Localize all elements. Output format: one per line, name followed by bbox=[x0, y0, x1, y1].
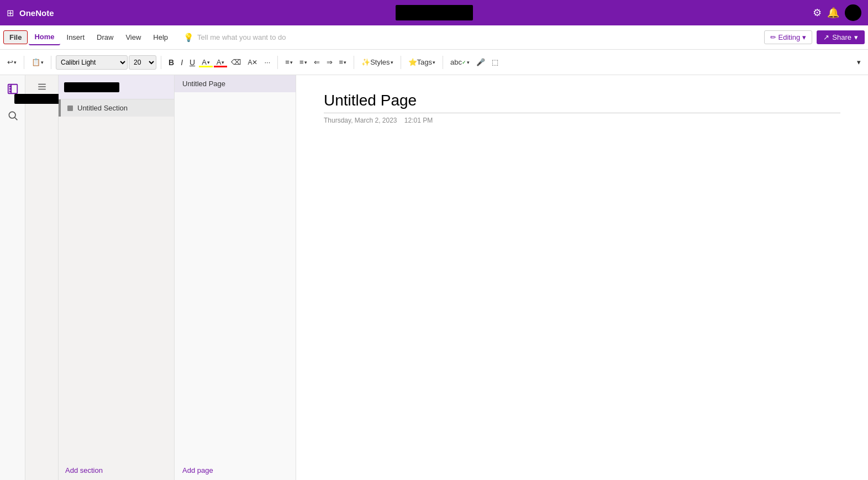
page-item-untitled[interactable]: Untitled Page bbox=[175, 75, 296, 92]
editing-chevron-icon: ▾ bbox=[802, 33, 806, 41]
menu-right: ✏ Editing ▾ ↗ Share ▾ bbox=[764, 30, 865, 44]
tags-button[interactable]: ⭐ Tags▾ bbox=[406, 56, 438, 68]
tags-group: ⭐ Tags▾ bbox=[406, 56, 438, 68]
toolbar: ↩▾ 📋▾ Calibri Light 20 B I U A▾ A▾ ⌫ A✕ … bbox=[0, 50, 868, 75]
italic-button[interactable]: I bbox=[178, 56, 186, 69]
bold-button[interactable]: B bbox=[166, 56, 177, 69]
notebook-expand-btn[interactable] bbox=[34, 80, 50, 94]
clear-format-icon: A✕ bbox=[248, 59, 257, 66]
menu-view[interactable]: View bbox=[120, 30, 146, 45]
font-color-button[interactable]: A▾ bbox=[214, 56, 228, 68]
toolbar-sep-7 bbox=[443, 56, 443, 69]
text-format-group: B I U A▾ A▾ ⌫ A✕ ··· bbox=[166, 56, 273, 69]
page-title-input[interactable] bbox=[324, 92, 840, 113]
menu-insert[interactable]: Insert bbox=[61, 30, 91, 45]
share-chevron-icon: ▾ bbox=[854, 33, 858, 41]
add-page-button[interactable]: Add page bbox=[175, 461, 296, 480]
notebook-panel bbox=[25, 75, 59, 480]
dictate-button[interactable]: 🎤 bbox=[474, 56, 488, 68]
search-hint-text: Tell me what you want to do bbox=[197, 33, 286, 41]
search-icon[interactable] bbox=[5, 108, 20, 126]
search-lightbulb-icon: 💡 bbox=[183, 33, 194, 43]
svg-line-6 bbox=[14, 118, 17, 120]
page-time: 12:01 PM bbox=[404, 117, 433, 124]
styles-group: ✨ Styles▾ bbox=[359, 56, 396, 68]
share-label: Share bbox=[832, 33, 851, 41]
paste-icon: 📋 bbox=[31, 58, 40, 66]
settings-icon[interactable]: ⚙ bbox=[813, 7, 822, 19]
title-bar-center-blocked bbox=[396, 5, 473, 20]
section-dot bbox=[67, 106, 73, 111]
decrease-indent-button[interactable]: ⇐ bbox=[311, 56, 323, 68]
styles-button[interactable]: ✨ Styles▾ bbox=[359, 56, 396, 68]
avatar[interactable] bbox=[845, 4, 861, 21]
notebook-name-text-blocked bbox=[64, 82, 119, 92]
page-date: Thursday, March 2, 2023 bbox=[324, 117, 397, 124]
title-bar-right: ⚙ 🔔 bbox=[813, 4, 861, 21]
menu-file[interactable]: File bbox=[3, 30, 28, 44]
title-bar: ⊞ OneNote ⚙ 🔔 bbox=[0, 0, 868, 25]
page-body[interactable] bbox=[324, 135, 840, 412]
toolbar-expand-button[interactable]: ▾ bbox=[854, 56, 864, 68]
share-button[interactable]: ↗ Share ▾ bbox=[817, 30, 865, 44]
share-icon: ↗ bbox=[823, 33, 829, 41]
font-group: Calibri Light 20 bbox=[56, 55, 156, 70]
immersive-icon: ⬚ bbox=[492, 58, 498, 66]
pencil-icon: ✏ bbox=[770, 33, 776, 41]
section-label: Untitled Section bbox=[77, 104, 128, 112]
numbered-button[interactable]: ≡▾ bbox=[297, 56, 310, 68]
editing-button[interactable]: ✏ Editing ▾ bbox=[764, 30, 813, 44]
font-size-select[interactable]: 20 bbox=[129, 55, 156, 70]
menu-bar: File Home Insert Draw View Help 💡 Tell m… bbox=[0, 25, 868, 50]
add-section-button[interactable]: Add section bbox=[59, 461, 174, 480]
menu-draw[interactable]: Draw bbox=[91, 30, 119, 45]
app-body: Untitled Section Add section Untitled Pa… bbox=[0, 75, 868, 480]
toolbar-sep-1 bbox=[24, 56, 24, 69]
toolbar-sep-6 bbox=[401, 56, 401, 69]
spelling-group: abc✓▾ 🎤 ⬚ bbox=[448, 56, 501, 68]
editing-label: Editing bbox=[778, 33, 801, 41]
clipboard-group: 📋▾ bbox=[29, 56, 46, 68]
spellcheck-button[interactable]: abc✓▾ bbox=[448, 56, 472, 68]
styles-icon: ✨ bbox=[361, 58, 370, 66]
align-button[interactable]: ≡▾ bbox=[336, 56, 350, 68]
toolbar-sep-5 bbox=[354, 56, 354, 69]
spellcheck-icon: abc bbox=[450, 58, 462, 66]
sections-panel: Untitled Section Add section bbox=[59, 75, 175, 480]
search-hint[interactable]: 💡 Tell me what you want to do bbox=[183, 33, 762, 43]
menu-home[interactable]: Home bbox=[29, 29, 60, 45]
menu-help[interactable]: Help bbox=[148, 30, 173, 45]
highlight-button[interactable]: A▾ bbox=[199, 56, 213, 68]
page-datetime: Thursday, March 2, 2023 12:01 PM bbox=[324, 117, 840, 124]
tags-icon: ⭐ bbox=[408, 58, 417, 66]
page-label: Untitled Page bbox=[182, 80, 225, 88]
underline-button[interactable]: U bbox=[187, 56, 198, 69]
eraser-icon: ⌫ bbox=[231, 58, 241, 66]
toolbar-sep-4 bbox=[277, 56, 278, 69]
app-grid-icon[interactable]: ⊞ bbox=[7, 8, 14, 18]
pages-panel: Untitled Page Add page bbox=[175, 75, 296, 480]
list-group: ≡▾ ≡▾ ⇐ ⇒ ≡▾ bbox=[282, 56, 349, 68]
main-content: Thursday, March 2, 2023 12:01 PM bbox=[296, 75, 868, 480]
undo-redo-group: ↩▾ bbox=[4, 56, 19, 68]
eraser-button[interactable]: ⌫ bbox=[228, 56, 244, 68]
sections-panel-header bbox=[59, 75, 174, 99]
paste-button[interactable]: 📋▾ bbox=[29, 56, 46, 68]
clear-format-button[interactable]: A✕ bbox=[245, 56, 260, 68]
section-item-untitled[interactable]: Untitled Section bbox=[59, 99, 174, 117]
left-icon-rail bbox=[0, 75, 25, 480]
immersive-reader-button[interactable]: ⬚ bbox=[489, 56, 501, 68]
toolbar-sep-2 bbox=[51, 56, 51, 69]
dictate-icon: 🎤 bbox=[476, 58, 485, 66]
bullets-button[interactable]: ≡▾ bbox=[282, 56, 296, 68]
increase-indent-button[interactable]: ⇒ bbox=[324, 56, 335, 68]
undo-button[interactable]: ↩▾ bbox=[4, 56, 19, 68]
toolbar-sep-3 bbox=[161, 56, 161, 69]
svg-point-5 bbox=[9, 112, 15, 118]
more-button[interactable]: ··· bbox=[262, 56, 273, 68]
font-family-select[interactable]: Calibri Light bbox=[56, 55, 128, 70]
notifications-icon[interactable]: 🔔 bbox=[827, 7, 839, 19]
